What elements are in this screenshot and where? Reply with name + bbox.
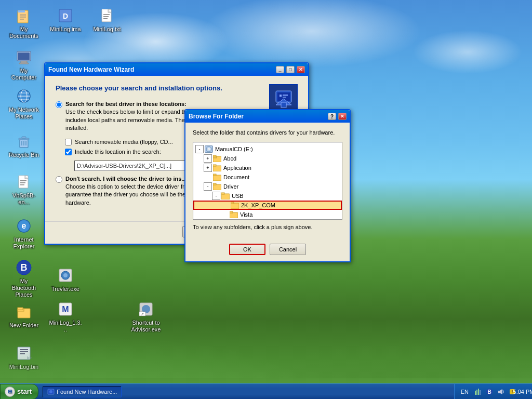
browse-dialog: Browse For Folder ? ✕ Select the folder … xyxy=(184,109,351,262)
desktop-icon-minolog-bin[interactable]: bin MiniLog.bin xyxy=(5,343,43,373)
desktop-icon-my-network-places[interactable]: My Network Places xyxy=(5,86,43,122)
svg-rect-55 xyxy=(280,95,282,97)
tray-volume-icon[interactable] xyxy=(497,388,505,396)
folder-tree[interactable]: - ManualCD (E:) + xyxy=(193,142,342,220)
start-button[interactable]: ⊞ start xyxy=(0,384,38,400)
svg-rect-42 xyxy=(59,303,72,315)
desktop-icon-internet-explorer[interactable]: e Internet Explorer xyxy=(5,216,43,252)
tree-expander-application[interactable]: + xyxy=(204,164,212,172)
tree-expander-driver[interactable]: - xyxy=(204,182,212,191)
browse-close-button[interactable]: ✕ xyxy=(338,113,347,120)
svg-rect-66 xyxy=(213,165,216,166)
tree-item-usb[interactable]: - USB xyxy=(193,191,342,201)
desktop-icon-minolog-txt[interactable]: MiniLog.txt xyxy=(88,5,126,35)
svg-rect-40 xyxy=(18,309,24,311)
wizard-checkbox1-input[interactable] xyxy=(65,139,72,145)
tree-expander-abcd[interactable]: + xyxy=(204,154,212,163)
folder-icon-vista xyxy=(230,211,238,218)
svg-rect-80 xyxy=(476,390,477,395)
my-bluetooth-places-label: My Bluetooth Places xyxy=(7,278,41,299)
desktop-icon-minolog-ima[interactable]: D MiniLog.ima xyxy=(47,5,84,35)
browse-help-button[interactable]: ? xyxy=(328,113,336,120)
wizard-maximize-button[interactable]: □ xyxy=(286,66,295,73)
desktop-icon-recycle-bin[interactable]: Recycle Bin xyxy=(5,131,43,161)
browse-titlebar: Browse For Folder ? ✕ xyxy=(185,110,350,123)
driver-label: Driver xyxy=(223,183,238,190)
svg-rect-75 xyxy=(230,212,238,218)
manualcd-label: ManualCD (E:) xyxy=(215,146,253,152)
desktop-icon-my-computer[interactable]: My Computer xyxy=(5,47,43,83)
minolog-app-label: MiniLog_1.3... xyxy=(49,320,82,333)
tray-bluetooth-icon[interactable]: B xyxy=(485,388,494,396)
internet-explorer-label: Internet Explorer xyxy=(7,236,41,250)
tree-expander-manualcd[interactable]: - xyxy=(195,145,204,153)
svg-point-45 xyxy=(142,305,150,313)
language-indicator: EN xyxy=(459,389,471,395)
tree-item-2k-xp-com[interactable]: 2K_XP_COM xyxy=(193,201,342,210)
svg-rect-73 xyxy=(231,203,239,209)
svg-rect-31 xyxy=(20,184,24,185)
taskbar-wizard-icon xyxy=(47,389,55,395)
svg-rect-50 xyxy=(20,351,28,352)
tree-item-abcd[interactable]: + Abcd xyxy=(193,154,342,163)
svg-rect-13 xyxy=(18,52,30,60)
desktop-icon-shortcut-advisor[interactable]: ↗ Shortcut to Advisor.exe xyxy=(127,299,165,335)
desktop-icon-vbspob[interactable]: VbSp6B-en... xyxy=(5,171,43,208)
wizard-minimize-button[interactable]: _ xyxy=(276,66,284,73)
svg-text:D: D xyxy=(63,12,68,20)
browse-footer: OK Cancel xyxy=(185,241,350,261)
wizard-checkbox2-input[interactable] xyxy=(65,149,72,155)
tree-expander-usb[interactable]: - xyxy=(212,192,220,200)
browse-title-text: Browse For Folder xyxy=(189,113,326,120)
tree-item-driver[interactable]: - Driver xyxy=(193,182,342,191)
tree-item-manualcd[interactable]: - ManualCD (E:) xyxy=(193,144,342,154)
browse-ok-button[interactable]: OK xyxy=(229,244,265,255)
svg-text:bin: bin xyxy=(27,355,32,360)
desktop-icon-my-documents[interactable]: My Documents xyxy=(5,5,43,42)
tree-item-vista[interactable]: Vista xyxy=(193,210,342,219)
tree-expander-document xyxy=(204,173,212,181)
svg-marker-86 xyxy=(500,389,502,394)
desktop-icon-new-folder[interactable]: New Folder xyxy=(5,301,43,331)
wizard-radio1-input[interactable] xyxy=(56,101,62,108)
tree-item-application[interactable]: + Application xyxy=(193,163,342,172)
svg-point-78 xyxy=(49,390,52,393)
svg-point-34 xyxy=(17,260,31,275)
minolog-txt-label: MiniLog.txt xyxy=(90,26,124,33)
tree-item-document[interactable]: Document xyxy=(193,172,342,182)
my-computer-label: My Computer xyxy=(7,68,41,81)
svg-rect-44 xyxy=(140,303,152,315)
trevler-icon xyxy=(57,267,74,284)
svg-rect-23 xyxy=(22,137,26,138)
my-network-places-icon xyxy=(16,88,32,104)
tray-clock: 5:04 PM xyxy=(520,388,528,396)
desktop: My Documents D MiniLog.ima MiniLog.txt xyxy=(0,0,532,399)
svg-rect-69 xyxy=(213,184,221,190)
svg-rect-30 xyxy=(20,182,25,183)
desktop-icon-my-bluetooth-places[interactable]: B My Bluetooth Places xyxy=(5,257,43,301)
wizard-radio2-input[interactable] xyxy=(56,176,62,183)
svg-rect-41 xyxy=(18,308,23,310)
svg-rect-57 xyxy=(283,97,286,98)
tray-network-icon[interactable] xyxy=(474,388,482,396)
svg-rect-39 xyxy=(18,309,30,318)
browse-cancel-button[interactable]: Cancel xyxy=(270,244,306,255)
svg-rect-36 xyxy=(59,269,72,282)
my-documents-icon xyxy=(16,7,32,24)
folder-icon-driver xyxy=(213,183,221,190)
svg-rect-67 xyxy=(213,175,221,181)
taskbar-item-wizard[interactable]: Found New Hardware... xyxy=(43,386,122,397)
desktop-icon-trevler[interactable]: Trevler.exe xyxy=(47,265,84,295)
desktop-icon-minolog-app[interactable]: M MiniLog_1.3... xyxy=(47,299,84,335)
folder-icon-application xyxy=(213,164,221,171)
svg-rect-79 xyxy=(475,391,476,395)
svg-rect-29 xyxy=(20,180,26,181)
svg-text:M: M xyxy=(62,305,69,314)
svg-rect-10 xyxy=(103,16,109,17)
taskbar: ⊞ start Found New Hardware... EN B xyxy=(0,383,532,399)
svg-text:B: B xyxy=(487,389,491,395)
cd-drive-icon xyxy=(205,145,213,153)
wizard-close-button[interactable]: ✕ xyxy=(297,66,305,73)
wizard-checkbox2-label: Include this location in the search: xyxy=(75,149,161,155)
minolog-bin-icon: bin xyxy=(16,345,32,362)
